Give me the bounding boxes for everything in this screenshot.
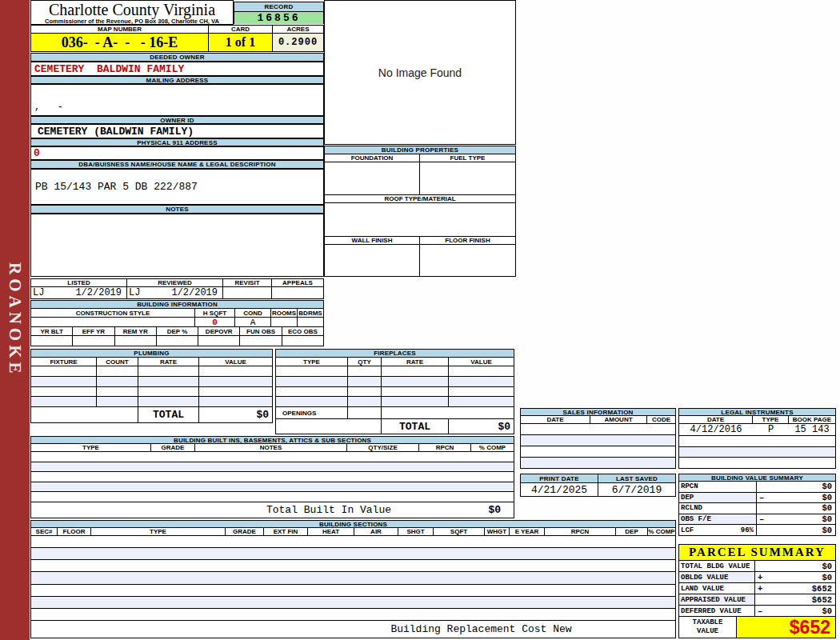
last-saved-header: LAST SAVED — [598, 474, 675, 482]
acres-value[interactable]: 0.2900 — [273, 34, 323, 51]
rooms-header: ROOMS — [271, 309, 298, 317]
sales-row — [521, 424, 675, 435]
funobs-value[interactable] — [240, 336, 282, 346]
funobs-header: FUN OBS — [240, 327, 282, 335]
legal-type-value[interactable]: P — [753, 424, 789, 435]
built-ins-total-value: $0 — [410, 502, 514, 518]
dba-legal-value[interactable]: PB 15/143 PAR 5 DB 222/887 — [30, 169, 324, 205]
vs-value: $0 — [822, 482, 832, 491]
plumbing-row — [31, 397, 272, 407]
value-header: VALUE — [199, 358, 272, 366]
map-number-value[interactable]: 036- - A- - - 16-E — [31, 34, 209, 51]
plumbing-table: PLUMBING FIXTURE COUNT RATE VALUE TOTAL … — [30, 349, 273, 423]
parcel-summary-row: APPRAISED VALUE $652 — [679, 594, 835, 606]
revisit-value[interactable] — [223, 287, 272, 298]
construction-style-value[interactable] — [31, 318, 195, 326]
cond-value[interactable]: A — [235, 318, 271, 326]
effyr-value[interactable] — [73, 336, 114, 346]
bdrms-value[interactable] — [298, 318, 323, 326]
record-value[interactable]: 16856 — [234, 12, 323, 24]
record-label: RECORD — [234, 2, 323, 12]
value-summary-row: LCF96% $0 — [679, 525, 835, 535]
dba-legal-header: DBA/BUISNESS NAME/HOUSE NAME & LEGAL DES… — [30, 160, 324, 169]
sales-amount-header: AMOUNT — [590, 416, 647, 423]
revisit-header: REVISIT — [223, 279, 272, 286]
built-ins-total-label: Total Built In Value — [31, 502, 410, 518]
sales-row — [521, 435, 675, 446]
deeded-owner-value[interactable]: CEMETERY BALDWIN FAMILY — [30, 62, 324, 76]
map-number-label: MAP NUMBER — [31, 26, 209, 33]
parcel-summary-row: OBLDG VALUE +$0 — [679, 572, 835, 583]
taxable-value-label: TAXABLE VALUE — [679, 617, 737, 638]
vs-label: OBS F/E — [681, 515, 711, 523]
reviewed-value[interactable]: LJ1/2/2019 — [127, 287, 223, 298]
roof-type-header: ROOF TYPE/MATERIAL — [325, 195, 515, 202]
built-ins-row — [31, 472, 514, 482]
fireplace-row — [276, 377, 514, 387]
building-section-row — [31, 609, 675, 621]
sales-code-header: CODE — [647, 416, 675, 423]
hsqft-value[interactable]: 0 — [195, 318, 235, 326]
building-sections-header: BUILDING SECTIONS — [31, 521, 675, 528]
mailing-address-value[interactable]: , - — [30, 84, 324, 116]
legal-date-value[interactable]: 4/12/2016 — [679, 424, 753, 435]
fuel-type-value[interactable] — [420, 162, 515, 194]
building-section-row — [31, 536, 675, 548]
ps-value: $0 — [822, 606, 832, 616]
sales-row — [521, 446, 675, 458]
yrblt-value[interactable] — [31, 336, 73, 346]
ecoobs-value[interactable] — [282, 336, 323, 346]
notes-area[interactable] — [30, 214, 324, 277]
rooms-value[interactable] — [271, 318, 298, 326]
fp-value-header: VALUE — [449, 358, 514, 366]
bi-type-header: TYPE — [31, 444, 151, 451]
openings-value[interactable] — [348, 407, 382, 418]
vs-value: $0 — [822, 503, 832, 513]
fp-type-header: TYPE — [276, 358, 348, 366]
dep-pct-value[interactable] — [157, 336, 198, 346]
parcel-summary-row: LAND VALUE +$652 — [679, 583, 835, 594]
property-record-card: ROANOKE Charlotte County Virginia Commis… — [0, 0, 840, 640]
remyr-value[interactable] — [115, 336, 157, 346]
value-summary-row: OBS F/E –$0 — [679, 514, 835, 526]
building-section-row — [31, 560, 675, 572]
parcel-summary-table: PARCEL SUMMARY TOTAL BLDG VALUE $0 OBLDG… — [678, 544, 836, 638]
building-info-header: BUILDING INFORMATION — [31, 301, 323, 309]
depovr-value[interactable] — [198, 336, 240, 346]
reviewed-by: LJ — [129, 287, 140, 298]
fireplaces-total-label: TOTAL — [382, 419, 449, 434]
physical-911-header: PHYSICAL 911 ADDRESS — [30, 138, 324, 146]
bs-sec-header: SEC# — [31, 528, 58, 535]
building-sections-table: BUILDING SECTIONS SEC# FLOOR TYPE GRADE … — [30, 520, 676, 638]
ps-op: + — [758, 573, 762, 582]
vs-op: – — [759, 514, 764, 524]
plumbing-row — [31, 366, 272, 377]
fireplace-row — [276, 366, 514, 377]
fireplaces-table: FIREPLACES TYPE QTY RATE VALUE OPENINGS … — [275, 349, 514, 434]
appeals-header: APPEALS — [272, 279, 323, 286]
sales-date-header: DATE — [521, 416, 590, 423]
yrblt-header: YR BLT — [31, 327, 73, 335]
ecoobs-header: ECO OBS — [282, 327, 323, 335]
appeals-value[interactable] — [272, 287, 323, 298]
roof-type-value[interactable] — [325, 203, 515, 236]
building-properties-header: BUILDING PROPERTIES — [325, 146, 515, 154]
bs-comp-header: % COMP — [648, 528, 675, 535]
owner-id-value[interactable]: CEMETERY (BALDWIN FAMILY) — [30, 124, 324, 138]
foundation-value[interactable] — [325, 162, 420, 194]
legal-bookpage-value[interactable]: 15 143 — [789, 424, 835, 435]
bi-comp-header: % COMP — [471, 444, 514, 451]
sales-table: SALES INFORMATION DATE AMOUNT CODE — [520, 408, 676, 469]
wall-finish-value[interactable] — [325, 245, 420, 276]
listed-value[interactable]: LJ1/2/2019 — [31, 287, 127, 298]
value-summary-row: RCLND $0 — [679, 503, 835, 514]
card-value[interactable]: 1 of 1 — [209, 34, 273, 51]
bs-air-header: AIR — [354, 528, 398, 535]
notes-header: NOTES — [30, 205, 324, 214]
bi-notes-header: NOTES — [195, 444, 347, 451]
cond-header: COND — [235, 309, 271, 317]
floor-finish-value[interactable] — [420, 245, 515, 276]
reviewed-date: 1/2/2019 — [171, 287, 218, 298]
bs-extfin-header: EXT FIN — [264, 528, 308, 535]
physical-911-value[interactable]: 0 — [30, 146, 324, 160]
